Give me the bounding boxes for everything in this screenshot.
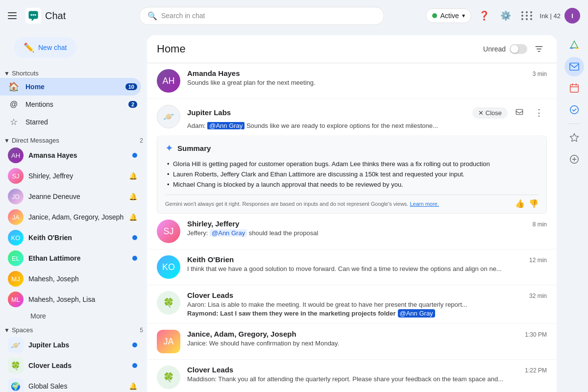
- user-avatar-initials: I: [571, 12, 573, 20]
- preview-suffix-shirley: should lead the proposal: [249, 229, 318, 237]
- message-preview-amanda-hayes: Sounds like a great plan for the next me…: [187, 79, 547, 86]
- new-chat-label: New chat: [38, 44, 67, 51]
- dm-item-mahesh-joseph[interactable]: MJ Mahesh, Joseph: [0, 269, 141, 289]
- message-item-clover-leads-1[interactable]: 🍀 Clover Leads 32 min Aaron: Lisa is abl…: [147, 285, 557, 324]
- message-item-keith-obrien[interactable]: KO Keith O'Brien 12 min I think that we …: [147, 249, 557, 285]
- avatar-shirley-jeffery: SJ: [157, 220, 180, 243]
- dm-item-ethan-lattimore[interactable]: EL Ethan Lattimore: [0, 248, 141, 269]
- sidebar-item-home[interactable]: 🏠 Home 10: [0, 78, 141, 96]
- message-item-shirley-jeffery[interactable]: SJ Shirley, Jeffery 8 min Jeffery: @Ann …: [147, 214, 557, 249]
- message-preview-jupiter-labs: Adam: @Ann Gray Sounds like we are ready…: [187, 122, 547, 129]
- help-button[interactable]: ❓: [475, 7, 493, 24]
- unread-dot-clover: [132, 363, 137, 368]
- sidebar-item-mentions[interactable]: @ Mentions 2: [0, 96, 141, 113]
- right-bar-tasks-icon[interactable]: [564, 100, 584, 120]
- apps-button[interactable]: [518, 7, 536, 24]
- right-bar-divider: [568, 123, 580, 124]
- svg-point-1: [30, 14, 32, 16]
- right-bar-starred-icon[interactable]: [564, 128, 584, 147]
- message-item-jupiter-labs[interactable]: 🪐 Jupiter Labs ✕ Close: [147, 99, 557, 135]
- shortcuts-list: 🏠 Home 10 @ Mentions 2 ☆ Starred: [0, 78, 147, 131]
- message-preview-clover-line1: Aaron: Lisa is able to make the meeting.…: [187, 301, 547, 308]
- dm-name-amansa-hayes: Amansa Hayes: [28, 151, 132, 159]
- message-item-clover-leads-2[interactable]: 🍀 Clover Leads 1:22 PM Maddison: Thank y…: [147, 360, 557, 392]
- sender-name-clover-leads-2: Clover Leads: [187, 366, 233, 374]
- sender-name-amanda-hayes: Amanda Hayes: [187, 69, 240, 77]
- message-header-clover-leads-2: Clover Leads 1:22 PM: [187, 366, 547, 374]
- more-label: More: [30, 312, 46, 320]
- right-bar-mail-icon[interactable]: [564, 57, 584, 76]
- avatar-amanda-hayes: AH: [157, 69, 180, 93]
- new-chat-button[interactable]: ✏️ New chat: [14, 37, 76, 58]
- message-header-janice-adam-group: Janice, Adam, Gregory, Joseph 1:30 PM: [187, 330, 547, 338]
- settings-button[interactable]: ⚙️: [497, 7, 514, 24]
- spaces-section-header[interactable]: ▼ Spaces 5: [0, 324, 147, 335]
- dm-item-janice-adam-group[interactable]: JA Janice, Adam, Gregory, Joseph 🔔: [0, 207, 141, 227]
- message-header-keith-obrien: Keith O'Brien 12 min: [187, 255, 547, 264]
- shortcuts-section-header[interactable]: ▼ Shortcuts: [0, 68, 147, 78]
- message-preview-shirley-jeffery: Jeffery: @Ann Gray should lead the propo…: [187, 229, 547, 237]
- page-title: Home: [157, 43, 483, 55]
- bell-icon-jeanne: 🔔: [129, 193, 137, 200]
- close-button[interactable]: ✕ Close: [472, 107, 508, 119]
- feedback-icons: 👍 👎: [515, 199, 539, 208]
- right-bar-drive-icon[interactable]: [564, 35, 584, 55]
- avatar-clover-leads-2: 🍀: [157, 366, 180, 389]
- mentions-label: Mentions: [25, 100, 128, 108]
- reply-button[interactable]: [512, 105, 527, 121]
- dm-item-amansa-hayes[interactable]: AH Amansa Hayes: [0, 145, 141, 166]
- message-item-janice-adam-group[interactable]: JA Janice, Adam, Gregory, Joseph 1:30 PM…: [147, 324, 557, 360]
- space-item-jupiter-labs[interactable]: 🪐 Jupiter Labs: [0, 335, 141, 355]
- search-icon: 🔍: [147, 11, 157, 21]
- message-preview-keith-obrien: I think that we have a good solution to …: [187, 265, 547, 272]
- summary-bullet-3: Michael Chang is blocked by a launch app…: [165, 179, 539, 190]
- space-item-global-sales[interactable]: 🌍 Global Sales 🔔: [0, 376, 141, 392]
- search-box[interactable]: 🔍: [139, 7, 384, 25]
- avatar-amansa-hayes: AH: [8, 147, 24, 163]
- more-options-button[interactable]: ⋮: [531, 105, 547, 121]
- search-input[interactable]: [161, 12, 376, 20]
- thumbs-up-button[interactable]: 👍: [515, 199, 525, 208]
- hamburger-menu-button[interactable]: [8, 10, 20, 22]
- dm-item-jeanne-deneuve[interactable]: JD Jeanne Deneuve 🔔: [0, 186, 141, 207]
- help-icon: ❓: [479, 10, 490, 21]
- dm-item-mahesh-joseph-lisa[interactable]: ML Mahesh, Joseph, Lisa: [0, 289, 141, 310]
- avatar-clover-leads-1: 🍀: [157, 291, 180, 315]
- unread-toggle[interactable]: [510, 44, 527, 54]
- home-icon: 🏠: [8, 81, 20, 93]
- more-button[interactable]: More: [0, 310, 147, 322]
- sender-name-shirley-jeffery: Shirley, Jeffery: [187, 220, 239, 228]
- summary-bullets: Gloria Hill is getting paged for custome…: [165, 159, 539, 190]
- svg-point-3: [34, 14, 36, 16]
- message-header-jupiter-labs: Jupiter Labs ✕ Close ⋮: [187, 105, 547, 121]
- dm-chevron-icon: ▼: [4, 137, 10, 144]
- status-button[interactable]: Active ▾: [426, 8, 471, 23]
- unread-dot-jupiter: [132, 343, 137, 347]
- mention-ann-gray-clover: @Ann Gray: [398, 309, 435, 318]
- dm-name-mahesh-joseph: Mahesh, Joseph: [28, 275, 137, 283]
- sender-name-clover-leads-1: Clover Leads: [187, 291, 233, 299]
- right-bar-add-icon[interactable]: [564, 149, 584, 169]
- filter-button[interactable]: [531, 41, 547, 57]
- message-item-amanda-hayes[interactable]: AH Amanda Hayes 3 min Sounds like a grea…: [147, 63, 557, 99]
- preview-suffix-jupiter: Sounds like we are ready to explore opti…: [246, 122, 438, 129]
- space-item-clover-leads[interactable]: 🍀 Clover Leads: [0, 355, 141, 376]
- apps-grid-icon: [521, 11, 533, 20]
- dm-item-keith-obrien[interactable]: KO Keith O'Brien: [0, 227, 141, 248]
- message-time-clover-leads-2: 1:22 PM: [525, 367, 547, 374]
- avatar-ethan-lattimore: EL: [8, 250, 24, 266]
- avatar-jupiter-labs: 🪐: [157, 105, 180, 128]
- thumbs-down-button[interactable]: 👎: [529, 199, 539, 208]
- dm-item-shirley-jeffrey[interactable]: SJ Shirley, Jeffrey 🔔: [0, 166, 141, 186]
- dm-section-header[interactable]: ▼ Direct Messages 2: [0, 135, 147, 145]
- right-bar-calendar-icon[interactable]: [564, 78, 584, 98]
- app-title: Chat: [45, 10, 66, 22]
- summary-card: ✦ Summary Gloria Hill is getting paged f…: [157, 135, 547, 214]
- message-time-keith-obrien: 12 min: [529, 257, 547, 264]
- status-chevron-icon: ▾: [462, 12, 465, 19]
- sidebar-item-starred[interactable]: ☆ Starred: [0, 113, 141, 131]
- message-time-janice-adam-group: 1:30 PM: [525, 331, 547, 338]
- space-name-jupiter-labs: Jupiter Labs: [28, 341, 132, 349]
- learn-more-link[interactable]: Learn more.: [410, 201, 439, 207]
- user-avatar[interactable]: I: [564, 8, 580, 24]
